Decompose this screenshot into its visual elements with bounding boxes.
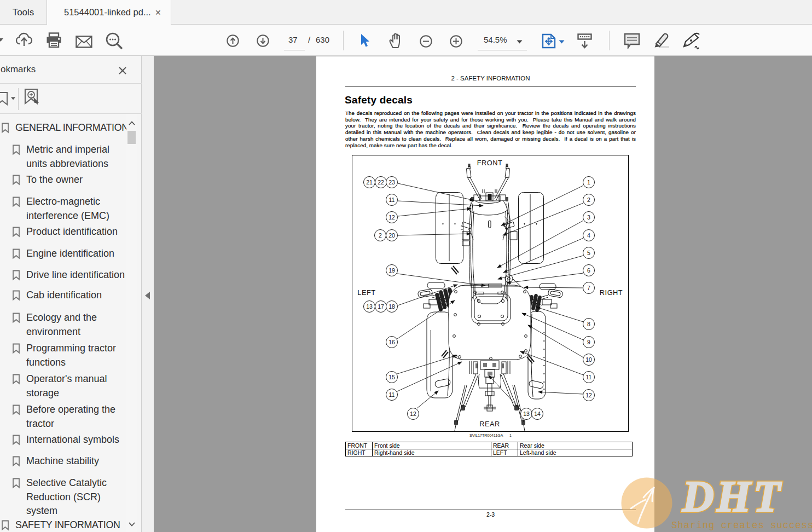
svg-text:6: 6 [587,267,590,274]
svg-text:23: 23 [388,179,395,186]
svg-text:11: 11 [586,374,592,380]
svg-text:2: 2 [587,196,590,203]
svg-text:10: 10 [585,356,592,363]
svg-text:11: 11 [389,196,395,203]
svg-text:18: 18 [388,303,395,310]
svg-text:8: 8 [587,321,590,327]
svg-text:5: 5 [587,250,590,256]
svg-text:Sharing creates success: Sharing creates success [671,520,812,531]
svg-text:LEFT: LEFT [357,288,375,297]
svg-text:17: 17 [378,303,384,310]
svg-text:3: 3 [587,214,590,221]
svg-text:20: 20 [388,232,395,239]
svg-text:13: 13 [523,410,530,417]
svg-text:2: 2 [379,232,382,239]
svg-text:7: 7 [587,285,590,291]
svg-text:21: 21 [366,179,373,186]
svg-text:4: 4 [587,232,590,239]
svg-text:12: 12 [388,214,395,221]
svg-text:15: 15 [388,374,395,380]
svg-text:14: 14 [534,410,541,417]
svg-text:DHT: DHT [682,474,783,521]
svg-text:12: 12 [585,392,592,398]
svg-text:19: 19 [388,267,395,274]
svg-text:1: 1 [587,179,590,186]
svg-text:11: 11 [389,391,395,398]
svg-text:FRONT: FRONT [477,159,503,167]
svg-text:9: 9 [587,339,590,345]
svg-text:22: 22 [378,179,384,186]
svg-text:13: 13 [366,303,373,310]
svg-text:RIGHT: RIGHT [600,288,623,297]
svg-text:REAR: REAR [479,420,500,428]
svg-text:16: 16 [388,339,395,345]
svg-text:12: 12 [410,410,416,417]
